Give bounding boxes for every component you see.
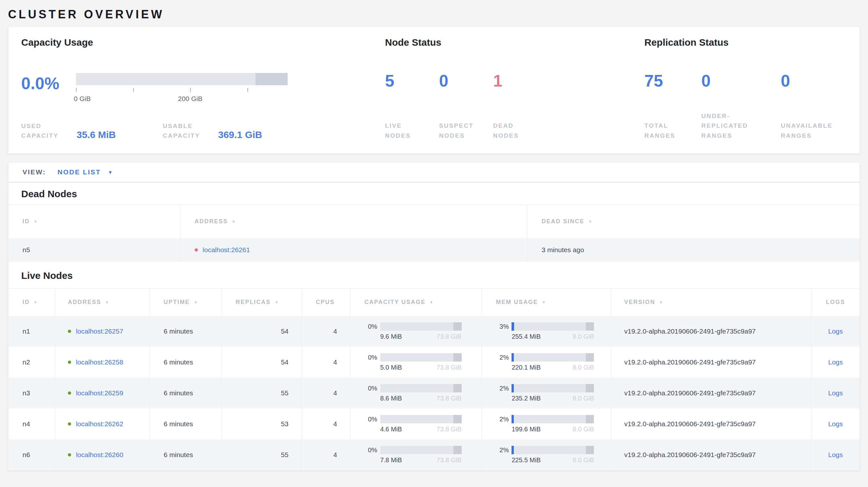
page-title: CLUSTER OVERVIEW <box>8 0 860 21</box>
axis-tick-label-200: 200 GiB <box>178 95 203 103</box>
capacity-usage-section: Capacity Usage 0.0% 0 GiB 200 GiB <box>21 37 385 143</box>
sort-icon: ▼ <box>33 219 38 224</box>
used-capacity-value: 35.6 MiB <box>76 129 116 140</box>
live-node-dot-icon <box>68 361 71 364</box>
capacity-bar <box>380 446 462 454</box>
logs-link[interactable]: Logs <box>828 327 843 335</box>
live-node-dot-icon <box>68 391 71 395</box>
view-selected-value: NODE LIST <box>58 168 101 176</box>
node-replicas: 55 <box>222 440 302 470</box>
used-capacity-stat: USED CAPACITY 35.6 MiB <box>21 121 163 141</box>
node-cpus: 4 <box>302 378 350 409</box>
node-replicas: 55 <box>222 378 302 409</box>
node-id: n1 <box>8 316 55 347</box>
node-capacity-usage: 0% 9.6 MiB73.8 GiB <box>350 316 482 347</box>
node-uptime: 6 minutes <box>150 347 222 378</box>
dead-node-row: n5 localhost:26261 3 minutes ago <box>8 238 860 262</box>
node-capacity-usage: 0% 4.6 MiB73.8 GiB <box>350 409 482 440</box>
usable-capacity-label: USABLE CAPACITY <box>163 121 218 141</box>
cluster-overview-page: CLUSTER OVERVIEW Capacity Usage 0.0% 0 G… <box>0 0 868 470</box>
capacity-bar <box>380 322 462 331</box>
dead-col-address[interactable]: ADDRESS▼ <box>181 205 528 238</box>
logs-link[interactable]: Logs <box>828 420 843 428</box>
live-col-mem-usage[interactable]: MEM USAGE▼ <box>482 289 611 316</box>
live-nodes-count: 5 <box>385 72 439 89</box>
node-cpus: 4 <box>302 316 350 347</box>
sort-icon: ▼ <box>194 300 198 304</box>
suspect-nodes-label: SUSPECT NODES <box>439 121 481 140</box>
capacity-usage-bar: 0 GiB 200 GiB <box>76 73 288 105</box>
unavailable-ranges-count: 0 <box>781 72 847 89</box>
mem-bar <box>512 415 594 423</box>
axis-tick <box>247 88 248 92</box>
live-node-dot-icon <box>68 330 71 333</box>
live-nodes-table-header: ID▼ ADDRESS▼ UPTIME▼ REPLICAS▼ CPUS CAPA… <box>8 288 860 316</box>
node-address-cell: localhost:26257 <box>55 316 150 347</box>
dead-node-address-link[interactable]: localhost:26261 <box>203 246 250 254</box>
node-replicas: 54 <box>222 347 302 378</box>
dead-nodes-label: DEAD NODES <box>493 121 535 140</box>
usable-capacity-value: 369.1 GiB <box>218 129 262 140</box>
live-col-version[interactable]: VERSION▼ <box>611 289 811 316</box>
view-label: VIEW: <box>23 168 46 176</box>
live-col-address[interactable]: ADDRESS▼ <box>55 289 150 316</box>
node-address-cell: localhost:26259 <box>55 378 150 409</box>
capacity-bar <box>380 353 462 362</box>
live-nodes-stat: 5 LIVE NODES <box>385 72 439 140</box>
node-version: v19.2.0-alpha.20190606-2491-gfe735c9a97 <box>611 347 811 378</box>
dead-node-dot-icon <box>195 248 198 252</box>
dead-col-dead-since[interactable]: DEAD SINCE▼ <box>527 205 860 238</box>
sort-icon: ▼ <box>231 219 236 224</box>
suspect-nodes-stat: 0 SUSPECT NODES <box>439 72 493 140</box>
node-address-link[interactable]: localhost:26259 <box>76 389 123 397</box>
live-col-replicas[interactable]: REPLICAS▼ <box>222 289 302 316</box>
live-nodes-table-heading: Live Nodes <box>8 262 860 288</box>
node-uptime: 6 minutes <box>150 409 222 440</box>
sort-icon: ▼ <box>659 300 664 304</box>
node-replicas: 54 <box>222 316 302 347</box>
node-logs-cell: Logs <box>811 347 860 378</box>
nodes-panel: Dead Nodes ID▼ ADDRESS▼ DEAD SINCE▼ n5 l… <box>8 183 860 470</box>
node-address-link[interactable]: localhost:26257 <box>76 327 123 335</box>
live-col-cpus: CPUS <box>302 289 350 316</box>
dead-nodes-count: 1 <box>493 72 547 89</box>
node-id: n4 <box>8 409 55 440</box>
node-capacity-usage: 0% 8.6 MiB73.8 GiB <box>350 378 482 409</box>
live-node-dot-icon <box>68 422 71 426</box>
node-address-link[interactable]: localhost:26262 <box>76 420 123 428</box>
table-row: n4 localhost:26262 6 minutes 53 4 0% 4.6… <box>8 409 860 440</box>
total-ranges-label: TOTAL RANGES <box>644 121 686 140</box>
table-row: n1 localhost:26257 6 minutes 54 4 0% 9.6… <box>8 316 860 347</box>
node-address-link[interactable]: localhost:26258 <box>76 358 123 366</box>
suspect-nodes-count: 0 <box>439 72 493 89</box>
node-address-link[interactable]: localhost:26260 <box>76 451 123 459</box>
live-col-uptime[interactable]: UPTIME▼ <box>150 289 222 316</box>
sort-icon: ▼ <box>33 300 38 304</box>
node-logs-cell: Logs <box>811 316 860 347</box>
dead-node-id: n5 <box>8 238 181 262</box>
node-status-section: Node Status 5 LIVE NODES 0 SUSPECT NODES… <box>385 37 644 143</box>
live-nodes-label: LIVE NODES <box>385 121 427 140</box>
capacity-used-percent: 0.0% <box>21 75 76 105</box>
dead-col-id[interactable]: ID▼ <box>8 205 181 238</box>
node-cpus: 4 <box>302 347 350 378</box>
sort-icon: ▼ <box>430 300 434 304</box>
cluster-summary-panel: Capacity Usage 0.0% 0 GiB 200 GiB <box>8 26 860 154</box>
view-selector-dropdown[interactable]: NODE LIST ▼ <box>58 168 113 176</box>
logs-link[interactable]: Logs <box>828 358 843 366</box>
under-replicated-ranges-label: UNDER-REPLICATED RANGES <box>701 111 767 140</box>
dead-node-address-cell: localhost:26261 <box>181 238 528 262</box>
node-address-cell: localhost:26262 <box>55 409 150 440</box>
logs-link[interactable]: Logs <box>828 451 843 459</box>
node-capacity-usage: 0% 7.8 MiB73.8 GiB <box>350 440 482 470</box>
mem-bar <box>512 446 594 454</box>
axis-tick <box>190 88 191 92</box>
node-replicas: 53 <box>222 409 302 440</box>
node-mem-usage: 2% 225.5 MiB8.0 GiB <box>482 440 611 470</box>
logs-link[interactable]: Logs <box>828 389 843 397</box>
table-row: n2 localhost:26258 6 minutes 54 4 0% 5.0… <box>8 347 860 378</box>
live-col-capacity-usage[interactable]: CAPACITY USAGE▼ <box>350 289 482 316</box>
live-col-id[interactable]: ID▼ <box>8 289 55 316</box>
table-row: n3 localhost:26259 6 minutes 55 4 0% 8.6… <box>8 378 860 409</box>
node-version: v19.2.0-alpha.20190606-2491-gfe735c9a97 <box>611 378 811 409</box>
